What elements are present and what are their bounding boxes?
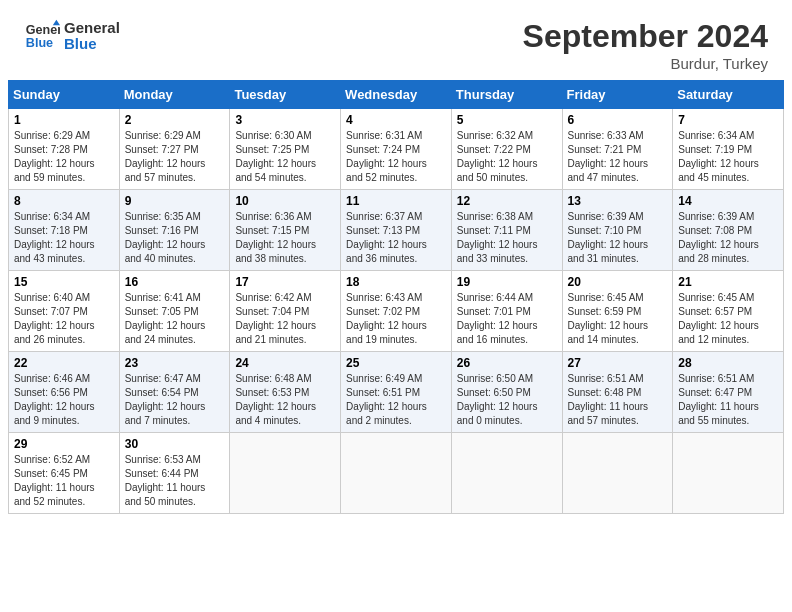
day-info: Sunrise: 6:32 AM Sunset: 7:22 PM Dayligh…: [457, 129, 557, 185]
day-cell-6: 6 Sunrise: 6:33 AM Sunset: 7:21 PM Dayli…: [562, 109, 673, 190]
day-cell-3: 3 Sunrise: 6:30 AM Sunset: 7:25 PM Dayli…: [230, 109, 341, 190]
day-number: 27: [568, 356, 668, 370]
day-info: Sunrise: 6:31 AM Sunset: 7:24 PM Dayligh…: [346, 129, 446, 185]
day-info: Sunrise: 6:35 AM Sunset: 7:16 PM Dayligh…: [125, 210, 225, 266]
calendar-week-row: 1 Sunrise: 6:29 AM Sunset: 7:28 PM Dayli…: [9, 109, 784, 190]
day-info: Sunrise: 6:30 AM Sunset: 7:25 PM Dayligh…: [235, 129, 335, 185]
day-cell-27: 27 Sunrise: 6:51 AM Sunset: 6:48 PM Dayl…: [562, 352, 673, 433]
day-number: 22: [14, 356, 114, 370]
day-number: 10: [235, 194, 335, 208]
day-cell-15: 15 Sunrise: 6:40 AM Sunset: 7:07 PM Dayl…: [9, 271, 120, 352]
day-info: Sunrise: 6:37 AM Sunset: 7:13 PM Dayligh…: [346, 210, 446, 266]
day-cell-17: 17 Sunrise: 6:42 AM Sunset: 7:04 PM Dayl…: [230, 271, 341, 352]
col-saturday: Saturday: [673, 81, 784, 109]
day-cell-25: 25 Sunrise: 6:49 AM Sunset: 6:51 PM Dayl…: [341, 352, 452, 433]
month-year: September 2024: [523, 18, 768, 55]
day-cell-8: 8 Sunrise: 6:34 AM Sunset: 7:18 PM Dayli…: [9, 190, 120, 271]
day-cell-19: 19 Sunrise: 6:44 AM Sunset: 7:01 PM Dayl…: [451, 271, 562, 352]
logo-icon: General Blue: [24, 18, 60, 54]
day-info: Sunrise: 6:34 AM Sunset: 7:19 PM Dayligh…: [678, 129, 778, 185]
day-info: Sunrise: 6:53 AM Sunset: 6:44 PM Dayligh…: [125, 453, 225, 509]
day-info: Sunrise: 6:34 AM Sunset: 7:18 PM Dayligh…: [14, 210, 114, 266]
day-info: Sunrise: 6:49 AM Sunset: 6:51 PM Dayligh…: [346, 372, 446, 428]
day-info: Sunrise: 6:33 AM Sunset: 7:21 PM Dayligh…: [568, 129, 668, 185]
day-cell-4: 4 Sunrise: 6:31 AM Sunset: 7:24 PM Dayli…: [341, 109, 452, 190]
day-info: Sunrise: 6:40 AM Sunset: 7:07 PM Dayligh…: [14, 291, 114, 347]
calendar-week-row: 15 Sunrise: 6:40 AM Sunset: 7:07 PM Dayl…: [9, 271, 784, 352]
day-number: 29: [14, 437, 114, 451]
empty-cell: [562, 433, 673, 514]
day-cell-23: 23 Sunrise: 6:47 AM Sunset: 6:54 PM Dayl…: [119, 352, 230, 433]
col-tuesday: Tuesday: [230, 81, 341, 109]
day-cell-30: 30 Sunrise: 6:53 AM Sunset: 6:44 PM Dayl…: [119, 433, 230, 514]
location: Burdur, Turkey: [523, 55, 768, 72]
day-number: 25: [346, 356, 446, 370]
empty-cell: [673, 433, 784, 514]
day-cell-21: 21 Sunrise: 6:45 AM Sunset: 6:57 PM Dayl…: [673, 271, 784, 352]
day-cell-12: 12 Sunrise: 6:38 AM Sunset: 7:11 PM Dayl…: [451, 190, 562, 271]
day-number: 26: [457, 356, 557, 370]
day-info: Sunrise: 6:45 AM Sunset: 6:59 PM Dayligh…: [568, 291, 668, 347]
day-info: Sunrise: 6:47 AM Sunset: 6:54 PM Dayligh…: [125, 372, 225, 428]
day-number: 8: [14, 194, 114, 208]
day-number: 16: [125, 275, 225, 289]
day-number: 4: [346, 113, 446, 127]
day-number: 5: [457, 113, 557, 127]
page-header: General Blue General Blue September 2024…: [0, 0, 792, 80]
empty-cell: [230, 433, 341, 514]
day-info: Sunrise: 6:41 AM Sunset: 7:05 PM Dayligh…: [125, 291, 225, 347]
day-info: Sunrise: 6:38 AM Sunset: 7:11 PM Dayligh…: [457, 210, 557, 266]
calendar: Sunday Monday Tuesday Wednesday Thursday…: [8, 80, 784, 514]
day-cell-28: 28 Sunrise: 6:51 AM Sunset: 6:47 PM Dayl…: [673, 352, 784, 433]
calendar-week-row: 29 Sunrise: 6:52 AM Sunset: 6:45 PM Dayl…: [9, 433, 784, 514]
day-number: 20: [568, 275, 668, 289]
day-info: Sunrise: 6:29 AM Sunset: 7:27 PM Dayligh…: [125, 129, 225, 185]
day-cell-16: 16 Sunrise: 6:41 AM Sunset: 7:05 PM Dayl…: [119, 271, 230, 352]
calendar-wrapper: Sunday Monday Tuesday Wednesday Thursday…: [0, 80, 792, 522]
day-info: Sunrise: 6:44 AM Sunset: 7:01 PM Dayligh…: [457, 291, 557, 347]
day-number: 19: [457, 275, 557, 289]
day-info: Sunrise: 6:43 AM Sunset: 7:02 PM Dayligh…: [346, 291, 446, 347]
col-wednesday: Wednesday: [341, 81, 452, 109]
day-number: 28: [678, 356, 778, 370]
col-friday: Friday: [562, 81, 673, 109]
day-number: 7: [678, 113, 778, 127]
day-number: 12: [457, 194, 557, 208]
day-cell-5: 5 Sunrise: 6:32 AM Sunset: 7:22 PM Dayli…: [451, 109, 562, 190]
day-info: Sunrise: 6:51 AM Sunset: 6:48 PM Dayligh…: [568, 372, 668, 428]
day-number: 17: [235, 275, 335, 289]
calendar-week-row: 22 Sunrise: 6:46 AM Sunset: 6:56 PM Dayl…: [9, 352, 784, 433]
day-number: 14: [678, 194, 778, 208]
day-cell-20: 20 Sunrise: 6:45 AM Sunset: 6:59 PM Dayl…: [562, 271, 673, 352]
col-thursday: Thursday: [451, 81, 562, 109]
day-info: Sunrise: 6:39 AM Sunset: 7:10 PM Dayligh…: [568, 210, 668, 266]
day-number: 1: [14, 113, 114, 127]
day-cell-2: 2 Sunrise: 6:29 AM Sunset: 7:27 PM Dayli…: [119, 109, 230, 190]
day-cell-7: 7 Sunrise: 6:34 AM Sunset: 7:19 PM Dayli…: [673, 109, 784, 190]
day-number: 3: [235, 113, 335, 127]
svg-text:Blue: Blue: [26, 36, 53, 50]
empty-cell: [451, 433, 562, 514]
empty-cell: [341, 433, 452, 514]
day-cell-24: 24 Sunrise: 6:48 AM Sunset: 6:53 PM Dayl…: [230, 352, 341, 433]
day-cell-29: 29 Sunrise: 6:52 AM Sunset: 6:45 PM Dayl…: [9, 433, 120, 514]
logo-general: General: [64, 20, 120, 37]
day-info: Sunrise: 6:46 AM Sunset: 6:56 PM Dayligh…: [14, 372, 114, 428]
day-info: Sunrise: 6:48 AM Sunset: 6:53 PM Dayligh…: [235, 372, 335, 428]
day-number: 24: [235, 356, 335, 370]
logo: General Blue General Blue: [24, 18, 120, 54]
day-cell-26: 26 Sunrise: 6:50 AM Sunset: 6:50 PM Dayl…: [451, 352, 562, 433]
calendar-header-row: Sunday Monday Tuesday Wednesday Thursday…: [9, 81, 784, 109]
day-info: Sunrise: 6:42 AM Sunset: 7:04 PM Dayligh…: [235, 291, 335, 347]
title-block: September 2024 Burdur, Turkey: [523, 18, 768, 72]
day-cell-9: 9 Sunrise: 6:35 AM Sunset: 7:16 PM Dayli…: [119, 190, 230, 271]
day-info: Sunrise: 6:39 AM Sunset: 7:08 PM Dayligh…: [678, 210, 778, 266]
day-number: 23: [125, 356, 225, 370]
day-info: Sunrise: 6:50 AM Sunset: 6:50 PM Dayligh…: [457, 372, 557, 428]
day-info: Sunrise: 6:52 AM Sunset: 6:45 PM Dayligh…: [14, 453, 114, 509]
day-info: Sunrise: 6:36 AM Sunset: 7:15 PM Dayligh…: [235, 210, 335, 266]
day-number: 21: [678, 275, 778, 289]
day-number: 18: [346, 275, 446, 289]
day-number: 2: [125, 113, 225, 127]
day-info: Sunrise: 6:51 AM Sunset: 6:47 PM Dayligh…: [678, 372, 778, 428]
